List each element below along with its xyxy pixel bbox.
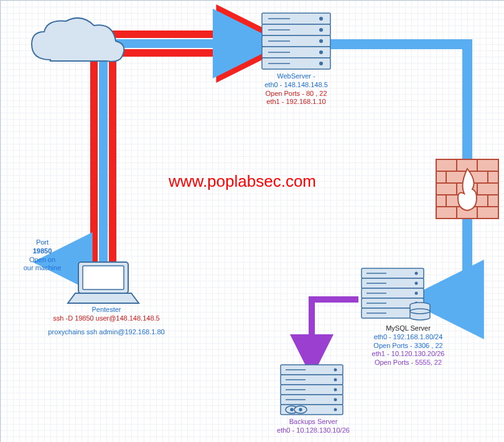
diagram-canvas: www.poplabsec.com Port 19850 Open on our… (0, 0, 504, 442)
svg-point-69 (299, 408, 302, 411)
svg-rect-33 (83, 266, 124, 289)
port-open-l4: our machine (24, 264, 62, 271)
mysql-l4: eth1 - 10.120.130.20/26 (355, 350, 461, 359)
svg-point-14 (319, 62, 323, 65)
port-open-l2: 19850 (33, 247, 52, 255)
port-open-l3: Open on (29, 256, 55, 263)
svg-point-63 (334, 388, 337, 392)
backups-l2: eth0 - 10.128.130.10/26 (262, 426, 365, 435)
pentester-icon (68, 262, 139, 303)
mysql-server-icon (362, 268, 430, 320)
firewall-icon (436, 159, 498, 219)
svg-point-68 (291, 408, 293, 411)
svg-point-12 (319, 39, 323, 43)
port-open-label: Port 19850 Open on our machine (21, 238, 64, 273)
mysql-l5: Open Ports - 5555, 22 (355, 359, 461, 367)
svg-point-11 (319, 28, 323, 32)
svg-point-62 (334, 379, 337, 382)
mysql-l1: MySQL Server (355, 324, 461, 333)
svg-point-44 (415, 272, 418, 275)
backups-server-icon (281, 365, 343, 415)
mysql-label-block: MySQL Server eth0 - 192.168.1.80/24 Open… (355, 324, 461, 367)
webserver-l1: WebServer - (250, 72, 343, 81)
svg-point-13 (319, 50, 323, 54)
webserver-icon (262, 13, 330, 69)
webserver-l2: eth0 - 148.148.148.5 (250, 81, 343, 90)
svg-point-46 (415, 292, 418, 295)
pentester-label-block: Pentester ssh -D 19850 user@148.148.148.… (38, 306, 175, 336)
svg-point-61 (334, 369, 337, 372)
backups-label-block: Backups Server eth0 - 10.128.130.10/26 (262, 418, 365, 435)
svg-point-45 (415, 282, 418, 285)
webserver-label-block: WebServer - eth0 - 148.148.148.5 Open Po… (250, 72, 343, 106)
mysql-l2: eth0 - 192.168.1.80/24 (355, 333, 461, 342)
port-open-l1: Port (36, 238, 49, 246)
svg-point-64 (334, 398, 337, 402)
pentester-title: Pentester (38, 306, 175, 314)
webserver-l4: eth1 - 192.168.1.10 (250, 98, 343, 106)
cloud-icon (32, 18, 124, 62)
nodes-layer (1, 1, 504, 442)
webserver-l3: Open Ports - 80 , 22 (250, 90, 343, 98)
watermark-text: www.poplabsec.com (169, 172, 316, 191)
pentester-proxy: proxychains ssh admin@192.168.1.80 (38, 328, 175, 337)
backups-l1: Backups Server (262, 418, 365, 426)
mysql-l3: Open Ports - 3306 , 22 (355, 342, 461, 350)
svg-point-65 (334, 408, 337, 411)
svg-point-10 (319, 17, 323, 21)
pentester-ssh: ssh -D 19850 user@148.148.148.5 (38, 314, 175, 323)
